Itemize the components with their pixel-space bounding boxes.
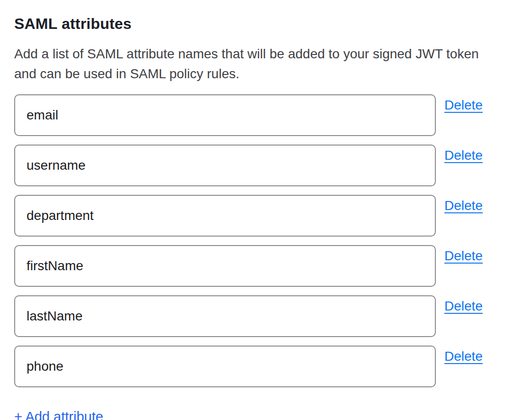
attribute-row: Delete bbox=[14, 195, 485, 237]
section-description-line-2: and can be used in SAML policy rules. bbox=[14, 64, 485, 84]
attribute-row: Delete bbox=[14, 295, 485, 337]
section-description: Add a list of SAML attribute names that … bbox=[14, 44, 485, 84]
section-title: SAML attributes bbox=[14, 15, 485, 33]
add-attribute-link[interactable]: + Add attribute bbox=[14, 409, 103, 420]
attribute-row: Delete bbox=[14, 245, 485, 287]
delete-link[interactable]: Delete bbox=[444, 147, 483, 164]
attribute-row: Delete bbox=[14, 346, 485, 387]
attribute-row: Delete bbox=[14, 94, 485, 136]
saml-attributes-section: SAML attributes Add a list of SAML attri… bbox=[0, 0, 505, 420]
section-description-line-1: Add a list of SAML attribute names that … bbox=[14, 44, 485, 64]
delete-link[interactable]: Delete bbox=[444, 198, 483, 214]
delete-link[interactable]: Delete bbox=[444, 348, 483, 365]
attribute-input-firstname[interactable] bbox=[14, 245, 436, 287]
delete-link[interactable]: Delete bbox=[444, 248, 483, 264]
delete-link[interactable]: Delete bbox=[444, 298, 483, 314]
attribute-input-department[interactable] bbox=[14, 195, 436, 237]
attribute-input-email[interactable] bbox=[14, 94, 436, 136]
attribute-input-lastname[interactable] bbox=[14, 295, 436, 337]
delete-link[interactable]: Delete bbox=[444, 97, 483, 113]
attribute-input-username[interactable] bbox=[14, 145, 436, 186]
attribute-input-phone[interactable] bbox=[14, 346, 436, 387]
attribute-row: Delete bbox=[14, 145, 485, 186]
